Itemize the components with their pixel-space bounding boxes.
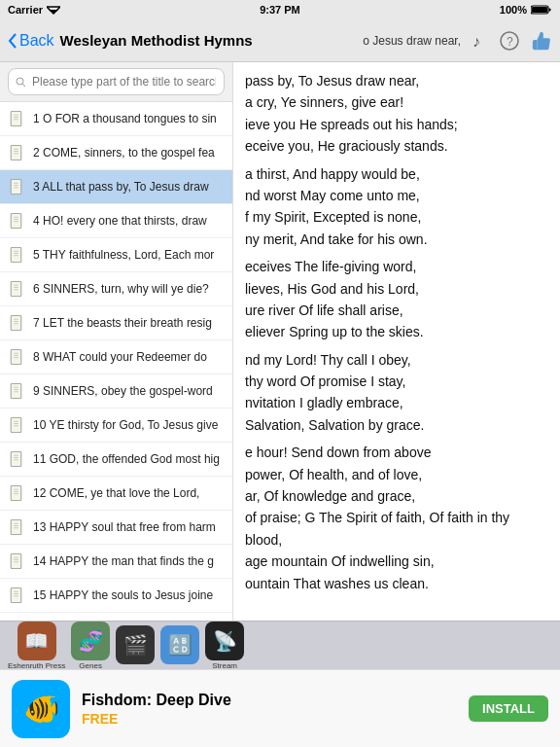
svg-rect-16 xyxy=(11,180,21,195)
hymn-line: ny merit, And take for his own. xyxy=(245,229,548,250)
svg-rect-44 xyxy=(11,418,21,433)
hymn-list-item[interactable]: 14 HAPPY the man that finds the g xyxy=(0,545,232,579)
taskbar-label: Genes xyxy=(79,661,102,670)
hymn-list-item[interactable]: 6 SINNERS, turn, why will ye die? xyxy=(0,272,232,306)
hymn-book-icon xyxy=(8,483,27,503)
hymn-line: nd my Lord! Thy call I obey, xyxy=(245,349,548,371)
hymn-line: e hour! Send down from above xyxy=(245,442,548,463)
hymn-book-icon xyxy=(8,415,27,435)
hymn-list-item[interactable]: 12 COME, ye that love the Lord, xyxy=(0,477,232,511)
hymn-line: eceives The life-giving word, xyxy=(245,256,548,277)
taskbar: 📖 Eshenruth Press 🧬 Genes 🎬 🔠 📡 Stream xyxy=(0,621,560,669)
hymn-line: ountain That washes us clean. xyxy=(245,573,548,594)
hymn-line: nvitation I gladly embrace, xyxy=(245,392,548,413)
ad-icon: 🐠 xyxy=(12,680,70,738)
hymn-line: power, Of health, and of love, xyxy=(245,464,548,485)
hymn-book-icon xyxy=(8,279,27,299)
hymn-item-text: 9 SINNERS, obey the gospel-word xyxy=(33,384,213,398)
hymn-line: pass by, To Jesus draw near, xyxy=(245,70,548,91)
taskbar-app-icon: 🧬 xyxy=(71,622,110,660)
hymn-list-item[interactable]: 16 HAPPY the souls that first believ xyxy=(0,613,232,621)
hymn-line: of praise; G The Spirit of faith, Of fai… xyxy=(245,507,548,551)
hymn-item-text: 13 HAPPY soul that free from harm xyxy=(33,520,216,534)
hymn-list-item[interactable]: 1 O FOR a thousand tongues to sin xyxy=(0,102,232,136)
hymn-line: ure river Of life shall arise, xyxy=(245,300,548,321)
hymn-book-icon xyxy=(8,551,27,571)
hymn-item-text: 1 O FOR a thousand tongues to sin xyxy=(33,112,217,125)
status-right: 100% xyxy=(500,4,552,16)
hymn-list-item[interactable]: 9 SINNERS, obey the gospel-word xyxy=(0,374,232,409)
search-input[interactable] xyxy=(8,68,225,95)
time-label: 9:37 PM xyxy=(260,4,300,16)
hymn-book-icon xyxy=(8,620,27,621)
status-bar: Carrier 9:37 PM 100% xyxy=(0,0,560,19)
taskbar-item[interactable]: 🎬 xyxy=(116,625,155,665)
hymn-item-text: 6 SINNERS, turn, why will ye die? xyxy=(33,282,209,296)
back-chevron-icon xyxy=(8,33,18,49)
hymn-list-item[interactable]: 13 HAPPY soul that free from harm xyxy=(0,511,232,545)
hymn-line: f my Spirit, Excepted is none, xyxy=(245,206,548,228)
taskbar-item[interactable]: 🧬 Genes xyxy=(71,622,110,670)
status-left: Carrier xyxy=(8,4,60,16)
taskbar-app-icon: 🎬 xyxy=(116,625,155,664)
help-icon[interactable]: ? xyxy=(500,31,519,51)
hymn-book-icon xyxy=(8,211,27,231)
hymn-line: thy word Of promise I stay, xyxy=(245,371,548,392)
hymn-snippet-label: o Jesus draw near, xyxy=(363,34,461,48)
hymn-book-icon xyxy=(8,586,27,605)
hymn-book-icon xyxy=(8,517,27,537)
hymn-line: ieve you He spreads out his hands; xyxy=(245,114,548,135)
svg-rect-52 xyxy=(11,486,21,501)
hymn-item-text: 8 WHAT could your Redeemer do xyxy=(33,350,207,364)
nav-bar: Back Wesleyan Methodist Hymns o Jesus dr… xyxy=(0,19,560,62)
back-button[interactable]: Back xyxy=(8,32,54,50)
hymn-list-item[interactable]: 8 WHAT could your Redeemer do xyxy=(0,340,232,374)
hymn-line: nd worst May come unto me, xyxy=(245,185,548,206)
svg-rect-12 xyxy=(11,146,21,160)
install-button[interactable]: INSTALL xyxy=(469,695,548,722)
svg-text:?: ? xyxy=(507,35,513,49)
taskbar-app-icon: 📡 xyxy=(205,622,244,660)
taskbar-item[interactable]: 📖 Eshenruth Press xyxy=(8,622,65,670)
hymn-list-item[interactable]: 15 HAPPY the souls to Jesus joine xyxy=(0,579,232,613)
hymn-list-item[interactable]: 4 HO! every one that thirsts, draw xyxy=(0,204,232,238)
hymn-book-icon xyxy=(8,449,27,469)
hymn-line: eliever Spring up to the skies. xyxy=(245,321,548,342)
hymn-book-icon xyxy=(8,245,27,265)
hymn-list-item[interactable]: 2 COME, sinners, to the gospel fea xyxy=(0,136,232,170)
hymn-item-text: 5 THY faithfulness, Lord, Each mor xyxy=(33,248,214,262)
taskbar-item[interactable]: 📡 Stream xyxy=(205,622,244,670)
back-label: Back xyxy=(19,32,54,50)
hymn-item-text: 15 HAPPY the souls to Jesus joine xyxy=(33,588,213,602)
hymn-list-item[interactable]: 3 ALL that pass by, To Jesus draw › xyxy=(0,170,232,204)
hymn-line: a cry, Ye sinners, give ear! xyxy=(245,91,548,113)
hymn-book-icon xyxy=(8,109,27,128)
hymn-content: pass by, To Jesus draw near,a cry, Ye si… xyxy=(233,62,560,621)
svg-rect-60 xyxy=(11,554,21,569)
hymn-item-text: 4 HO! every one that thirsts, draw xyxy=(33,214,207,228)
hymn-list-item[interactable]: 5 THY faithfulness, Lord, Each mor xyxy=(0,238,232,272)
svg-text:♪: ♪ xyxy=(472,33,480,50)
ad-free-label: FREE xyxy=(82,711,457,727)
hymn-item-text: 7 LET the beasts their breath resig xyxy=(33,316,212,330)
wifi-icon xyxy=(47,5,60,15)
svg-rect-20 xyxy=(11,214,21,229)
music-note-icon: ♪ xyxy=(472,32,488,50)
thumbs-up-icon[interactable] xyxy=(531,30,552,52)
hymn-line: ar, Of knowledge and grace, xyxy=(245,485,548,507)
hymn-list: 1 O FOR a thousand tongues to sin 2 COME… xyxy=(0,102,232,621)
hymn-list-item[interactable]: 10 YE thirsty for God, To Jesus give xyxy=(0,409,232,443)
hymn-list-item[interactable]: 11 GOD, the offended God most hig xyxy=(0,443,232,477)
svg-rect-56 xyxy=(11,520,21,535)
hymn-item-text: 2 COME, sinners, to the gospel fea xyxy=(33,146,215,160)
hymn-line: Salvation, Salvation by grace. xyxy=(245,414,548,436)
hymn-book-icon xyxy=(8,313,27,333)
hymn-book-icon xyxy=(8,381,27,401)
hymn-line: age mountain Of indwelling sin, xyxy=(245,551,548,572)
sidebar: 1 O FOR a thousand tongues to sin 2 COME… xyxy=(0,62,233,621)
ad-banner: 🐠 Fishdom: Deep Dive FREE INSTALL xyxy=(0,669,560,747)
svg-rect-24 xyxy=(11,248,21,263)
taskbar-item[interactable]: 🔠 xyxy=(160,625,199,665)
hymn-list-item[interactable]: 7 LET the beasts their breath resig xyxy=(0,306,232,340)
hymn-line: a thirst, And happy would be, xyxy=(245,163,548,185)
